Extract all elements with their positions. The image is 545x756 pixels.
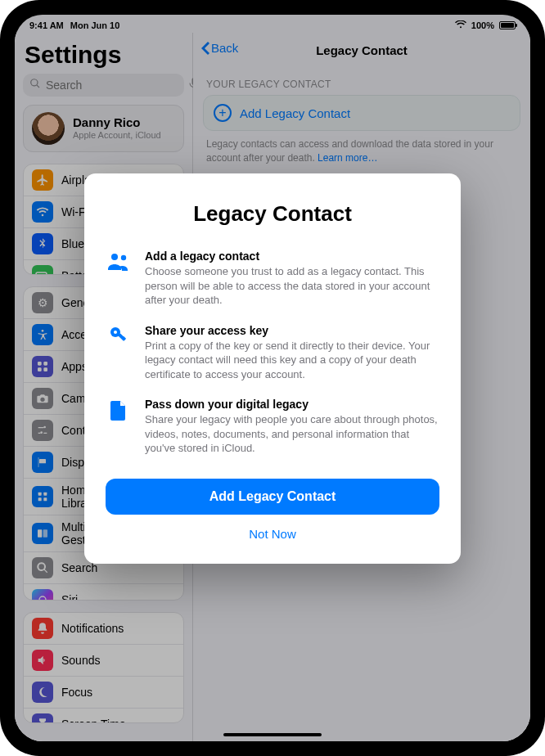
- ipad-frame: 9:41 AM Mon Jun 10 100% Settings: [0, 0, 545, 756]
- sheet-title: Legacy Contact: [106, 201, 439, 227]
- svg-point-17: [111, 254, 118, 260]
- key-icon: [106, 324, 132, 347]
- add-legacy-contact-button[interactable]: Add Legacy Contact: [106, 479, 439, 515]
- feature-body: Print a copy of the key or send it direc…: [145, 339, 439, 382]
- home-indicator[interactable]: [223, 733, 322, 736]
- legacy-contact-sheet: Legacy Contact Add a legacy contact Choo…: [84, 173, 461, 564]
- svg-point-20: [114, 331, 117, 334]
- feature-title: Add a legacy contact: [145, 250, 439, 263]
- screen: 9:41 AM Mon Jun 10 100% Settings: [15, 15, 530, 741]
- feature-add-contact: Add a legacy contact Choose someone you …: [106, 250, 439, 308]
- svg-rect-21: [118, 333, 126, 341]
- feature-body: Share your legacy with people you care a…: [145, 412, 439, 456]
- people-icon: [106, 250, 132, 271]
- feature-title: Pass down your digital legacy: [145, 398, 439, 411]
- feature-title: Share your access key: [145, 324, 439, 337]
- not-now-button[interactable]: Not Now: [106, 523, 439, 546]
- feature-body: Choose someone you trust to add as a leg…: [145, 264, 439, 308]
- feature-digital-legacy: Pass down your digital legacy Share your…: [106, 398, 439, 456]
- svg-point-18: [121, 255, 126, 260]
- feature-share-key: Share your access key Print a copy of th…: [106, 324, 439, 382]
- document-icon: [106, 398, 132, 422]
